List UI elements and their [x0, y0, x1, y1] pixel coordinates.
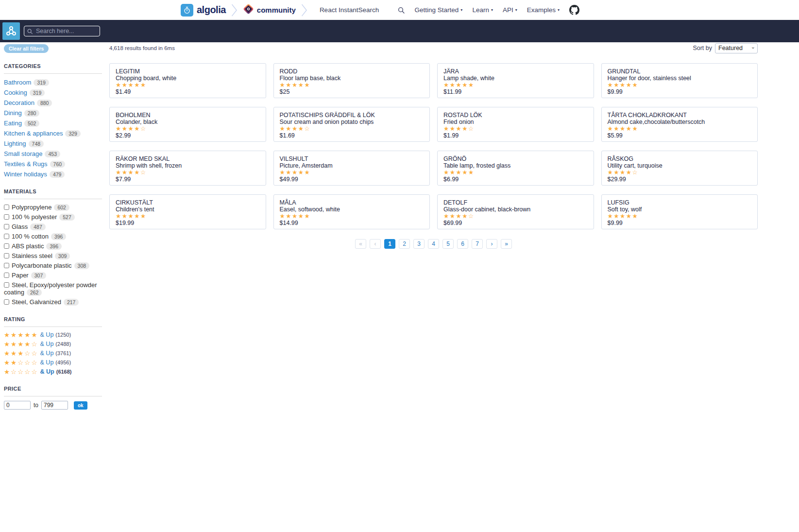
category-filter-item[interactable]: Bathroom319: [4, 78, 102, 86]
rating-filter-item[interactable]: ★★★★★ & Up (1250): [4, 331, 102, 339]
material-checkbox[interactable]: [4, 299, 9, 305]
pagination-prev[interactable]: ‹: [370, 239, 381, 249]
category-filter-item[interactable]: Winter holidays479: [4, 170, 102, 178]
material-checkbox[interactable]: [4, 234, 9, 239]
product-card[interactable]: RÅSKOG Utility cart, turquoise ★★★★☆ $29…: [601, 151, 758, 186]
category-link[interactable]: Decoration: [4, 99, 34, 106]
category-link[interactable]: Lighting: [4, 140, 26, 147]
rating-filter-item[interactable]: ★★★☆☆ & Up (3761): [4, 350, 102, 357]
product-card[interactable]: POTATISCHIPS GRÄDDFIL & LÖK Sour cream a…: [273, 107, 430, 142]
rating-and-up-link[interactable]: & Up: [40, 350, 54, 357]
pagination-first[interactable]: «: [355, 239, 366, 249]
rating-stars: ★★★☆☆: [4, 350, 38, 357]
product-card[interactable]: TÅRTA CHOKLADKROKANT Almond cake,chocola…: [601, 107, 758, 142]
price-ok-button[interactable]: ok: [74, 401, 87, 410]
material-checkbox[interactable]: [4, 282, 9, 288]
product-card[interactable]: BOHOLMEN Colander, black ★★★★☆ $2.99: [109, 107, 266, 142]
material-filter-item[interactable]: Stainless steel309: [4, 252, 102, 260]
pagination-next[interactable]: ›: [486, 239, 497, 249]
pagination-page[interactable]: 7: [472, 239, 483, 249]
product-card[interactable]: GRÖNÖ Table lamp, frosted glass ★★★★★ $6…: [437, 151, 594, 186]
star-filled-icon: ★: [280, 213, 286, 220]
material-filter-item[interactable]: Steel, Galvanized217: [4, 298, 102, 306]
category-filter-item[interactable]: Cooking319: [4, 88, 102, 97]
product-price: $25: [280, 88, 424, 95]
category-link[interactable]: Bathroom: [4, 79, 31, 86]
product-card[interactable]: VILSHULT Picture, Amsterdam ★★★★★ $49.99: [273, 151, 430, 186]
category-count-badge: 280: [24, 110, 40, 117]
material-filter-item[interactable]: 100 % cotton396: [4, 233, 102, 240]
rating-filter-item[interactable]: ★☆☆☆☆ & Up (6168): [4, 368, 102, 376]
product-card[interactable]: CIRKUSTÄLT Children's tent ★★★★★ $19.99: [109, 194, 266, 229]
category-link[interactable]: Eating: [4, 120, 22, 127]
product-card[interactable]: LEGITIM Chopping board, white ★★★★★ $1.4…: [109, 63, 266, 98]
material-checkbox[interactable]: [4, 253, 9, 258]
pagination-page[interactable]: 3: [413, 239, 425, 249]
search-input[interactable]: [24, 26, 100, 36]
material-filter-item[interactable]: Paper307: [4, 272, 102, 279]
pagination-page[interactable]: 6: [457, 239, 468, 249]
category-link[interactable]: Cooking: [4, 89, 27, 96]
search-icon[interactable]: [397, 6, 405, 14]
material-checkbox[interactable]: [4, 205, 9, 210]
material-filter-item[interactable]: 100 % polyester527: [4, 213, 102, 221]
category-filter-item[interactable]: Lighting748: [4, 139, 102, 148]
pagination-page[interactable]: 2: [399, 239, 410, 249]
material-filter-item[interactable]: ABS plastic396: [4, 242, 102, 250]
price-max-input[interactable]: [41, 401, 68, 410]
header-nav-item[interactable]: Getting Started ▾: [415, 6, 463, 14]
category-filter-item[interactable]: Textiles & Rugs760: [4, 160, 102, 168]
product-rating-stars: ★★★★☆: [608, 169, 752, 176]
product-card[interactable]: GRUNDTAL Hanger for door, stainless stee…: [601, 63, 758, 98]
product-card[interactable]: RÄKOR MED SKAL Shrimp with shell, frozen…: [109, 151, 266, 186]
material-checkbox[interactable]: [4, 273, 9, 278]
category-filter-item[interactable]: Decoration880: [4, 99, 102, 107]
category-filter-item[interactable]: Small storage453: [4, 150, 102, 158]
clear-all-filters-button[interactable]: Clear all filters: [4, 44, 49, 53]
rating-filter-item[interactable]: ★★★★☆ & Up (2488): [4, 341, 102, 348]
header-nav-item[interactable]: Examples ▾: [527, 6, 560, 14]
material-filter-item[interactable]: Polycarbonate plastic308: [4, 262, 102, 270]
material-checkbox[interactable]: [4, 224, 9, 229]
product-card[interactable]: DETOLF Glass-door cabinet, black-brown ★…: [437, 194, 594, 229]
category-link[interactable]: Kitchen & appliances: [4, 130, 63, 137]
community-logo[interactable]: community: [243, 3, 296, 17]
github-icon[interactable]: [569, 5, 579, 15]
product-card[interactable]: ROSTAD LÖK Fried onion ★★★★☆ $1.99: [437, 107, 594, 142]
category-link[interactable]: Dining: [4, 109, 22, 117]
price-min-input[interactable]: [4, 401, 31, 410]
material-checkbox[interactable]: [4, 214, 9, 220]
material-filter-item[interactable]: Steel, Epoxy/polyester powder coating262: [4, 281, 102, 296]
category-filter-item[interactable]: Kitchen & appliances329: [4, 129, 102, 137]
instantsearch-molecule-icon: [2, 22, 20, 40]
material-filter-item[interactable]: Polypropylene602: [4, 204, 102, 211]
product-card[interactable]: RODD Floor lamp base, black ★★★★★ $25: [273, 63, 430, 98]
sort-select[interactable]: Featured: [715, 43, 758, 53]
header-nav-item[interactable]: Learn ▾: [472, 6, 493, 14]
algolia-logo[interactable]: algolia: [181, 4, 226, 17]
material-filter-item[interactable]: Glass487: [4, 223, 102, 231]
pagination-page[interactable]: 5: [442, 239, 454, 249]
product-card[interactable]: JÄRA Lamp shade, white ★★★★★ $11.99: [437, 63, 594, 98]
material-checkbox[interactable]: [4, 243, 9, 249]
material-checkbox[interactable]: [4, 263, 9, 268]
pagination-last[interactable]: »: [501, 239, 512, 249]
rating-filter-item[interactable]: ★★☆☆☆ & Up (4956): [4, 359, 102, 366]
rating-and-up-link[interactable]: & Up: [40, 331, 54, 339]
category-filter-item[interactable]: Dining280: [4, 109, 102, 117]
category-link[interactable]: Small storage: [4, 150, 42, 157]
star-filled-icon: ★: [286, 169, 292, 176]
rating-and-up-link[interactable]: & Up: [40, 341, 54, 348]
category-filter-item[interactable]: Eating502: [4, 119, 102, 127]
rating-and-up-link[interactable]: & Up: [40, 359, 54, 366]
pagination-page[interactable]: 1: [384, 239, 395, 249]
header-nav-item[interactable]: API ▾: [503, 6, 517, 14]
product-card[interactable]: LUFSIG Soft toy, wolf ★★★★★ $9.99: [601, 194, 758, 229]
pagination-page[interactable]: 4: [428, 239, 439, 249]
rating-count: (1250): [55, 331, 71, 339]
category-link[interactable]: Winter holidays: [4, 171, 47, 178]
category-link[interactable]: Textiles & Rugs: [4, 160, 48, 168]
rating-and-up-link[interactable]: & Up: [40, 368, 54, 376]
product-card[interactable]: MÅLA Easel, softwood, white ★★★★★ $14.99: [273, 194, 430, 229]
breadcrumb-chevron-icon: [301, 4, 307, 17]
